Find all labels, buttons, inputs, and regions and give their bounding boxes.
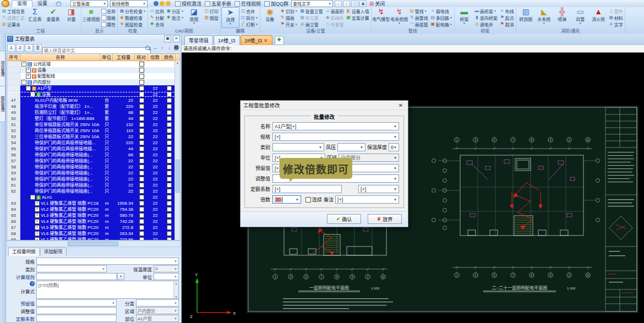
color-checkbox[interactable] (167, 152, 172, 157)
coef-field[interactable] (36, 315, 117, 322)
find-text-combobox[interactable]: 查找文字 ▼ (291, 0, 333, 7)
ribbon-button[interactable]: ▧图层 (203, 14, 220, 21)
check-checkbox[interactable] (139, 177, 144, 182)
vertical-scrollbar[interactable]: ▲ (174, 61, 180, 240)
tree-expand-icon[interactable]: + (35, 207, 40, 212)
titlebar-combobox[interactable]: 配线根数▼ (110, 0, 148, 7)
filter-level-button[interactable]: 2 (16, 44, 24, 52)
drawing-tab[interactable]: 零星项目 (184, 35, 213, 45)
tree-expand-icon[interactable]: + (26, 74, 31, 79)
region-field[interactable]: 户内部分▼ (136, 307, 179, 314)
spinner-icon[interactable]: ▲▼ (173, 281, 178, 298)
check-checkbox[interactable] (139, 237, 144, 240)
table-row[interactable]: 51单位单极跷板式暗开关 250V 10A只13222 (7, 122, 180, 128)
tab-quantity-detail[interactable]: 工程量明细 (8, 248, 40, 256)
column-header[interactable]: 序号 (7, 54, 20, 61)
table-row[interactable]: 52两位单极跷板式暗开关 250V 10A只11022 (7, 128, 180, 134)
check-checkbox[interactable] (139, 165, 144, 169)
category-field[interactable]: ▼ (272, 143, 324, 151)
ribbon-button[interactable]: ▤管线▼ (408, 8, 429, 14)
table-row[interactable]: 54带保护门的两位两极带接地插...只22022 (7, 140, 180, 146)
wind-field[interactable]: ▼ (337, 143, 365, 151)
ribbon-button[interactable]: 规格 (100, 14, 117, 21)
color-checkbox[interactable] (167, 146, 172, 151)
upload-icon[interactable]: ↑ (343, 1, 350, 7)
table-row[interactable]: 55带保护门的两位两极带接地插...只4422 (7, 146, 180, 152)
ribbon-button[interactable]: ◉设备 (261, 7, 279, 28)
ribbon-tab-active[interactable]: 常用 (12, 0, 32, 8)
check-checkbox[interactable] (139, 116, 144, 121)
table-row[interactable]: 59带保护门的两极带接地插座(...只2222 (7, 170, 180, 176)
horizontal-scrollbar[interactable] (7, 240, 181, 247)
ribbon-button[interactable]: ⚑起点 (499, 14, 515, 21)
ribbon-button[interactable]: ▥记事本 (1, 21, 26, 28)
part-field[interactable]: A1户型▼ (136, 315, 179, 322)
color-checkbox[interactable] (167, 213, 172, 218)
ribbon-button[interactable]: ◎画立管 (299, 21, 324, 28)
ribbon-button[interactable]: ◪底图▼ (185, 7, 203, 28)
calc-rule-field[interactable] (36, 273, 117, 280)
ribbon-button[interactable]: ▤多回路▼ (429, 14, 454, 21)
check-checkbox[interactable] (139, 122, 144, 127)
multiplier-field[interactable]: 30▼ (272, 195, 301, 204)
ribbon-button[interactable]: Σ汇总表 (26, 7, 44, 28)
tree-expand-icon[interactable]: + (35, 225, 40, 230)
ribbon-button[interactable]: ▮竖向桥架 (473, 14, 499, 21)
tree-expand-icon[interactable]: + (26, 68, 31, 73)
check-checkbox[interactable] (139, 80, 144, 85)
cancel-button[interactable]: ✘ 放弃 (368, 214, 402, 224)
column-header[interactable]: 名称 (20, 54, 101, 61)
check-checkbox[interactable] (139, 152, 144, 157)
ribbon-button[interactable]: ✎描画 (279, 14, 299, 21)
drawing-tab[interactable]: 1#楼_t3 (214, 35, 240, 45)
table-row[interactable]: −区户内部分 (7, 79, 180, 85)
color-checkbox[interactable] (167, 201, 172, 206)
ribbon-button[interactable]: ▣分区▼ (165, 8, 185, 14)
close-icon[interactable]: ✕ (396, 102, 405, 108)
ribbon-button[interactable]: ≡布线 (499, 8, 515, 14)
column-header[interactable]: 单位 (101, 54, 113, 61)
ribbon-button[interactable]: ▨转剖图 (517, 7, 535, 28)
table-row[interactable]: 62带保护门的两极带接地插座(...只2222 (7, 188, 180, 194)
ribbon-button[interactable]: ➤选择▼ (221, 7, 239, 28)
table-row[interactable]: 65+VL3 硬聚氯乙烯管 暗敷 PC20m580.7822 (7, 212, 180, 218)
table-row[interactable]: +部设备 (7, 67, 180, 73)
table-row[interactable]: 60带保护门的两极带接地插座(...只2222 (7, 176, 180, 182)
ribbon-button[interactable]: ◫拆分▼ (239, 14, 259, 21)
tree-expand-icon[interactable]: + (35, 213, 40, 218)
folder-icon[interactable]: ▣ (359, 1, 367, 7)
ribbon-button[interactable]: ❖图层检查 (118, 21, 147, 28)
spec-field[interactable]: [+]▼ (272, 133, 399, 141)
coin-icon[interactable] (166, 1, 171, 6)
coef-field[interactable]: [+] (272, 185, 342, 193)
tree-expand-icon[interactable]: − (21, 80, 26, 85)
table-row[interactable]: 67+VL5 硬聚氯乙烯管 暗敷 PC20m272.822 (7, 225, 180, 231)
table-row[interactable]: 58带保护门的两极带接地插座(...只2222 (7, 164, 180, 170)
ribbon-button[interactable]: ≈弱电线 (429, 8, 454, 14)
table-row[interactable]: −部A1户型22 (7, 85, 180, 91)
tree-expand-icon[interactable]: + (35, 201, 40, 206)
close-window-button[interactable]: ☒ 关闭 (369, 0, 385, 7)
check-checkbox[interactable] (139, 225, 144, 230)
window-icon[interactable]: ▢ (351, 1, 358, 7)
ribbon-button[interactable]: ▩批量立管 (299, 8, 324, 14)
table-row[interactable]: 69+VL7 硬聚氯乙烯管 暗敷 PC20m223.9622 (7, 237, 180, 240)
help-icon[interactable]: ? (30, 281, 35, 286)
tree-expand-icon[interactable]: − (30, 195, 35, 200)
ribbon-button[interactable]: ↯电系统图▼ (390, 7, 408, 28)
ribbon-button[interactable]: ▭比例 (149, 8, 165, 14)
check-checkbox[interactable] (139, 86, 144, 91)
calc-rule-button[interactable]: ▾ (117, 273, 124, 280)
ribbon-collapse-icon[interactable]: ▲ (56, 1, 62, 7)
check-checkbox[interactable] (139, 171, 144, 176)
color-checkbox[interactable] (167, 219, 172, 224)
ribbon-button[interactable]: ⚑开关▼ (279, 21, 299, 28)
check-checkbox[interactable] (139, 183, 144, 188)
color-checkbox[interactable] (167, 231, 172, 236)
column-header[interactable]: 工程量 (113, 54, 135, 61)
check-checkbox[interactable] (139, 219, 144, 224)
table-row[interactable]: −区公共区域 (7, 61, 180, 67)
confirm-button[interactable]: ✔ 确认 (327, 214, 361, 224)
color-checkbox[interactable] (167, 116, 172, 121)
ribbon-button[interactable]: A文字 (608, 21, 624, 28)
